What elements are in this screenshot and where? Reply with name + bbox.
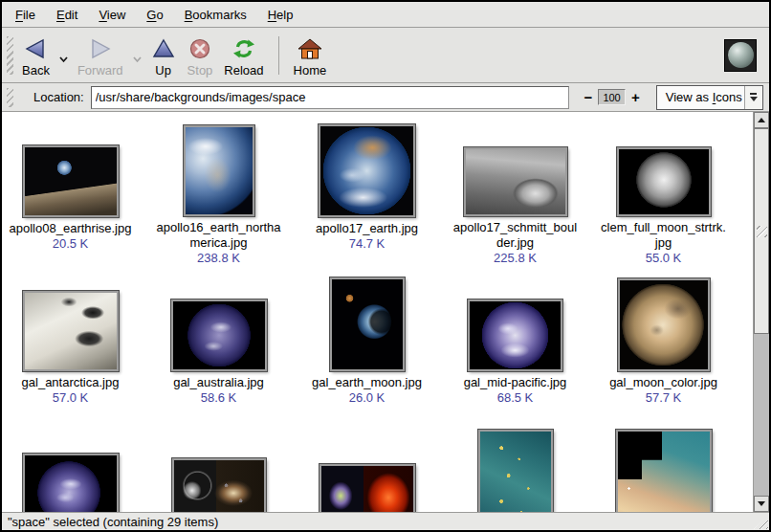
toolbar: Back Forward Up <box>2 28 769 83</box>
content-area: apollo08_earthrise.jpg20.5 Kapollo16_ear… <box>2 112 769 512</box>
location-input[interactable] <box>91 86 570 109</box>
file-icon[interactable]: apollo08_earthrise.jpg20.5 K <box>0 112 144 266</box>
back-icon <box>23 37 48 61</box>
status-bar: "space" selected (containing 29 items) <box>2 512 769 530</box>
stop-label: Stop <box>187 63 213 78</box>
view-as-label: View as Icons <box>657 86 744 109</box>
menu-file[interactable]: File <box>5 4 46 26</box>
thumbnail-area <box>330 266 405 371</box>
file-size: 57.0 K <box>53 390 89 406</box>
file-icon[interactable] <box>144 420 293 512</box>
chevron-down-icon <box>58 55 69 63</box>
file-name: gal_moon_color.jpg <box>609 375 717 390</box>
file-size: 74.7 K <box>349 236 386 252</box>
resize-grip[interactable] <box>754 516 768 529</box>
view-as-selector[interactable]: View as Icons <box>656 85 763 110</box>
forward-label: Forward <box>77 63 123 78</box>
home-label: Home <box>294 63 327 78</box>
file-icon[interactable]: apollo16_earth_northa merica.jpg238.8 K <box>144 112 293 266</box>
icon-grid[interactable]: apollo08_earthrise.jpg20.5 Kapollo16_ear… <box>0 112 753 512</box>
thumbnail-area <box>171 266 267 371</box>
home-button[interactable]: Home <box>288 32 333 79</box>
menu-help[interactable]: Help <box>257 4 304 26</box>
file-thumbnail <box>464 147 567 216</box>
file-name: apollo16_earth_northa merica.jpg <box>156 220 280 251</box>
file-size: 68.5 K <box>497 390 534 406</box>
file-icon[interactable] <box>589 420 738 512</box>
file-size: 225.8 K <box>494 251 537 266</box>
forward-button[interactable]: Forward <box>72 32 129 79</box>
file-size: 55.0 K <box>646 251 682 266</box>
file-manager-window: File Edit View Go Bookmarks Help Back <box>0 0 771 532</box>
reload-label: Reload <box>224 63 263 78</box>
scrollbar-track[interactable] <box>754 128 769 496</box>
menu-edit[interactable]: Edit <box>46 4 88 26</box>
file-icon[interactable] <box>441 420 589 512</box>
thumbnail-area <box>23 266 119 371</box>
zoom-out-button[interactable]: − <box>580 89 596 105</box>
vertical-scrollbar[interactable] <box>753 112 769 512</box>
file-thumbnail <box>184 125 254 216</box>
forward-icon <box>88 37 113 61</box>
chevron-down-icon <box>750 97 758 101</box>
file-icon[interactable]: clem_full_moon_strtrk. jpg55.0 K <box>589 112 738 266</box>
menu-bookmarks[interactable]: Bookmarks <box>174 4 257 26</box>
throbber-frame <box>724 39 757 72</box>
combo-arrow-button[interactable] <box>744 86 762 109</box>
scroll-up-button[interactable] <box>754 112 769 128</box>
file-name: gal_antarctica.jpg <box>22 375 120 390</box>
thumbnail-area <box>618 266 710 371</box>
file-thumbnail <box>23 454 119 512</box>
reload-button[interactable]: Reload <box>218 32 269 79</box>
file-thumbnail <box>23 291 119 371</box>
file-thumbnail <box>618 278 710 371</box>
menu-bar: File Edit View Go Bookmarks Help <box>2 2 769 28</box>
toolbar-drag-handle[interactable] <box>7 36 13 75</box>
file-icon[interactable]: apollo17_earth.jpg74.7 K <box>293 112 441 266</box>
forward-history-dropdown[interactable] <box>129 32 145 79</box>
menu-view[interactable]: View <box>88 4 136 26</box>
chevron-down-icon <box>132 55 143 63</box>
thumbnail-area <box>319 112 415 217</box>
toolbar-separator <box>278 36 279 75</box>
stop-button[interactable]: Stop <box>182 32 219 79</box>
location-bar: Location: − 100 + View as Icons <box>2 83 769 112</box>
file-size: 26.0 K <box>349 390 386 406</box>
stop-icon <box>187 37 212 61</box>
file-icon[interactable]: gal_moon_color.jpg57.7 K <box>589 266 738 420</box>
locationbar-drag-handle[interactable] <box>7 88 13 107</box>
file-icon[interactable]: gal_antarctica.jpg57.0 K <box>0 266 144 420</box>
thumbnail-area <box>616 420 712 512</box>
file-icon[interactable]: gal_mid-pacific.jpg68.5 K <box>441 266 589 420</box>
file-size: 238.8 K <box>197 251 240 266</box>
zoom-level: 100 <box>598 89 626 105</box>
arrow-down-icon <box>758 501 765 506</box>
file-name: apollo17_earth.jpg <box>316 221 418 236</box>
file-thumbnail <box>172 458 266 512</box>
menu-go[interactable]: Go <box>136 4 173 26</box>
status-text: "space" selected (containing 29 items) <box>8 515 218 529</box>
file-icon[interactable] <box>0 420 144 512</box>
scroll-down-button[interactable] <box>754 496 769 512</box>
location-label: Location: <box>33 90 84 104</box>
file-name: gal_australia.jpg <box>173 375 264 390</box>
file-size: 20.5 K <box>53 236 89 252</box>
file-name: gal_earth_moon.jpg <box>312 375 422 390</box>
up-button[interactable]: Up <box>145 32 182 79</box>
scrollbar-thumb[interactable] <box>754 128 769 334</box>
up-icon <box>151 37 176 61</box>
back-button[interactable]: Back <box>16 32 55 79</box>
globe-throbber-icon <box>728 42 754 68</box>
file-thumbnail <box>330 277 405 371</box>
thumbnail-area <box>464 112 567 216</box>
back-history-dropdown[interactable] <box>55 32 72 79</box>
reload-icon <box>231 37 256 61</box>
file-icon[interactable]: gal_earth_moon.jpg26.0 K <box>293 266 441 420</box>
file-icon[interactable] <box>293 420 441 512</box>
file-icon[interactable]: gal_australia.jpg58.6 K <box>144 266 293 420</box>
zoom-in-button[interactable]: + <box>628 89 644 105</box>
file-name: apollo08_earthrise.jpg <box>10 221 132 236</box>
back-label: Back <box>22 63 50 78</box>
file-icon[interactable]: apollo17_schmitt_boul der.jpg225.8 K <box>441 112 589 266</box>
file-thumbnail <box>23 145 119 217</box>
